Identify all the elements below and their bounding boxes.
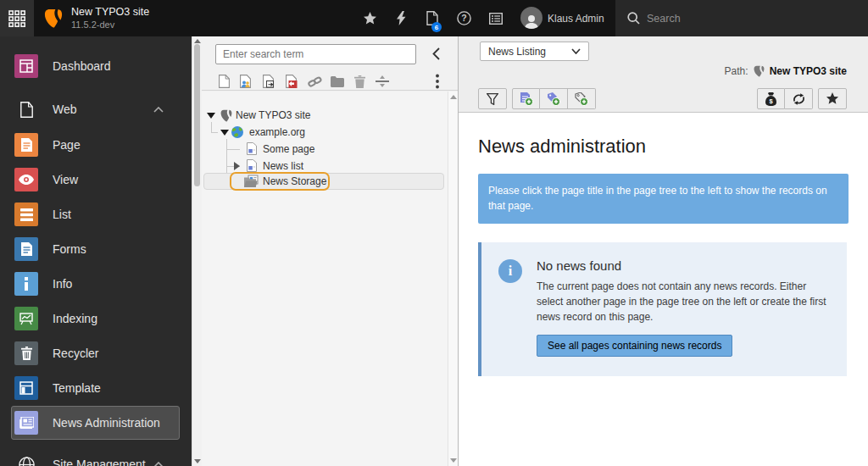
tree-row[interactable]: Some page: [202, 141, 448, 158]
sidebar-item-info[interactable]: Info: [11, 267, 180, 301]
sidebar-group-web[interactable]: Web: [11, 92, 180, 126]
sidebar-item-news-administration[interactable]: News Administration: [11, 406, 180, 440]
view-module-icon: [14, 168, 38, 191]
sidebar-item-label: List: [53, 208, 71, 221]
scroll-up-arrow-icon[interactable]: [194, 39, 201, 43]
new-separator-drag-icon[interactable]: [375, 74, 390, 89]
new-category-icon: [547, 92, 560, 106]
news-folder-icon: [244, 175, 259, 188]
new-link-external-drag-icon[interactable]: [284, 74, 299, 89]
callout-title: No news found: [537, 258, 826, 274]
tree-node-label[interactable]: example.org: [249, 124, 305, 141]
search-icon: [627, 12, 640, 25]
new-shortcut-drag-icon[interactable]: [261, 74, 276, 89]
new-record-icon: [520, 92, 533, 106]
expand-toggle-icon[interactable]: [234, 162, 240, 170]
new-folder-drag-icon[interactable]: [330, 74, 345, 89]
new-tag-button[interactable]: [568, 88, 596, 109]
sidebar-group-site-management[interactable]: Site Management: [11, 447, 180, 466]
sidebar-item-label: Template: [53, 381, 101, 395]
new-news-record-button[interactable]: [512, 88, 540, 109]
tree-more-menu-button[interactable]: [436, 74, 439, 89]
system-information-button[interactable]: [487, 0, 505, 36]
kebab-menu-icon: [436, 74, 439, 89]
sidebar-item-list[interactable]: List: [11, 197, 180, 231]
sidebar-item-dashboard[interactable]: Dashboard: [11, 49, 180, 83]
dashboard-icon: [14, 54, 38, 78]
topbar: New TYPO3 site 11.5.2-dev 6 ? Klaus Admi…: [0, 0, 868, 36]
news-administration-icon: [14, 411, 38, 435]
see-all-pages-button[interactable]: See all pages containing news records: [537, 335, 732, 357]
tree-node-label[interactable]: News list: [263, 158, 303, 175]
tree-row[interactable]: example.org: [202, 124, 448, 141]
tree-row[interactable]: New TYPO3 site: [202, 107, 448, 124]
tree-row-selected[interactable]: News Storage: [202, 173, 448, 190]
tree-scrollbar[interactable]: [448, 92, 458, 466]
tree-node-label[interactable]: Some page: [263, 141, 314, 158]
new-mount-point-drag-icon[interactable]: [307, 74, 322, 89]
bookmarks-button[interactable]: [359, 0, 380, 36]
typo3-logo-icon[interactable]: [44, 8, 63, 28]
sidebar-scrollbar[interactable]: [192, 36, 202, 466]
collapse-tree-button[interactable]: [432, 47, 440, 60]
lightning-bolt-icon: [397, 11, 406, 25]
tree-node-label[interactable]: News Storage: [263, 173, 326, 190]
new-page-drag-icon[interactable]: [216, 74, 231, 89]
sidebar-item-view[interactable]: View: [11, 163, 180, 197]
search-placeholder: Search: [647, 13, 681, 25]
system-information-icon: [489, 13, 503, 25]
topbar-search[interactable]: Search: [615, 0, 868, 36]
new-category-button[interactable]: [540, 88, 568, 109]
funnel-icon: [487, 93, 498, 105]
site-management-icon: [14, 452, 38, 466]
recycler-module-icon: [14, 341, 38, 365]
sidebar-item-label: Info: [53, 277, 72, 291]
sidebar-item-label: News Administration: [53, 416, 160, 430]
scroll-up-arrow-icon[interactable]: [450, 95, 457, 99]
sidebar-item-template[interactable]: Template: [11, 371, 180, 405]
help-button[interactable]: ?: [454, 0, 473, 36]
chevron-up-icon: [153, 107, 164, 113]
info-circle-icon: i: [498, 259, 522, 283]
info-module-icon: [14, 272, 38, 296]
doc-action-button-group: $: [757, 88, 813, 109]
sidebar-item-label: Indexing: [53, 312, 97, 325]
chevron-left-icon: [432, 47, 440, 60]
sidebar-item-forms[interactable]: Forms: [11, 232, 180, 266]
callout-text: The current page does not contain any ne…: [537, 279, 826, 325]
doc-header: News Listing Path: New TYPO3 site: [459, 36, 868, 113]
scroll-down-arrow-icon[interactable]: [450, 458, 457, 463]
tree-search-input[interactable]: [215, 44, 416, 64]
refresh-button[interactable]: [785, 88, 813, 109]
sidebar-item-label: Page: [53, 138, 81, 152]
sidebar-item-recycler[interactable]: Recycler: [11, 336, 180, 370]
chevron-up-icon: [153, 462, 164, 466]
clear-cache-button[interactable]: [392, 0, 410, 36]
info-alert: Please click the page title in the page …: [478, 174, 849, 224]
module-function-select[interactable]: News Listing: [480, 42, 589, 61]
expand-toggle-icon[interactable]: [220, 130, 229, 136]
module-menu-toggle-button[interactable]: [0, 0, 34, 36]
tree-node-label[interactable]: New TYPO3 site: [236, 107, 310, 124]
tree-row[interactable]: News list: [202, 158, 448, 175]
chevron-down-icon: [571, 48, 581, 54]
path-label: Path:: [725, 65, 748, 77]
sidebar-group-label: Web: [53, 103, 77, 116]
expand-toggle-icon[interactable]: [207, 113, 215, 119]
sidebar-item-label: Recycler: [53, 347, 98, 360]
filter-button[interactable]: [478, 88, 507, 109]
money-bag-button[interactable]: $: [757, 88, 785, 109]
new-recycler-drag-icon[interactable]: [352, 74, 367, 89]
sidebar-item-page[interactable]: Page: [11, 128, 180, 162]
sidebar-scrollbar-thumb[interactable]: [194, 44, 200, 186]
new-backend-user-section-drag-icon[interactable]: [238, 74, 253, 89]
user-avatar[interactable]: [520, 7, 542, 29]
star-icon: [826, 92, 839, 105]
list-module-icon: [14, 202, 38, 226]
sidebar-item-indexing[interactable]: Indexing: [11, 302, 180, 336]
indexing-module-icon: [14, 307, 38, 330]
bookmark-button[interactable]: [818, 88, 847, 109]
scroll-down-arrow-icon[interactable]: [194, 459, 201, 463]
star-icon: [363, 12, 377, 25]
topbar-username[interactable]: Klaus Admin: [548, 0, 604, 36]
